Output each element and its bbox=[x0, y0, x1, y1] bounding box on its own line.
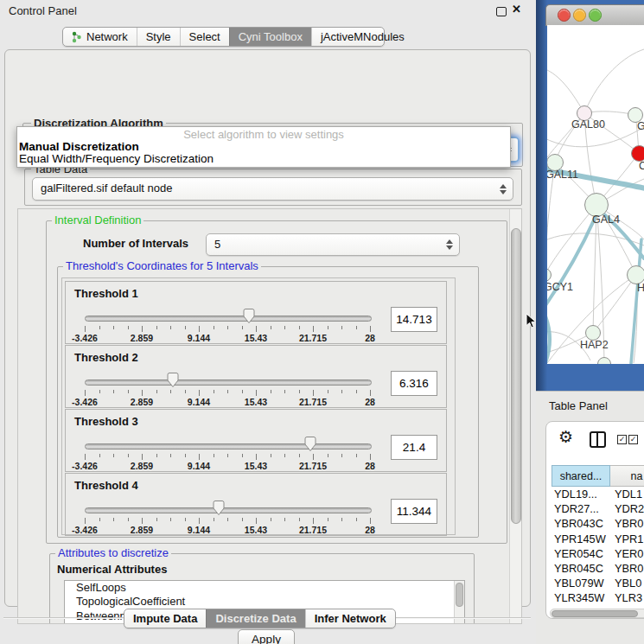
tab-jactivemnodules[interactable]: jActiveMNodules bbox=[311, 28, 413, 46]
threshold-1-slider[interactable]: -3.4262.8599.14415.4321.71528 bbox=[66, 304, 394, 342]
tick-mark bbox=[113, 390, 114, 393]
tick-mark bbox=[328, 390, 328, 393]
tab-style[interactable]: Style bbox=[137, 28, 180, 46]
thresholds-group-title: Threshold's Coordinates for 5 Intervals bbox=[63, 259, 261, 272]
network-window-titlebar[interactable] bbox=[545, 4, 644, 26]
thresholds-inner-panel: Threshold 1 -3.4262.8599.14415.4321.7152… bbox=[61, 277, 456, 535]
scrollbar-thumb[interactable] bbox=[552, 610, 638, 618]
node-label: HAP2 bbox=[580, 339, 609, 351]
tick-label: 9.144 bbox=[173, 397, 225, 407]
list-item[interactable]: SelfLoops bbox=[65, 581, 464, 595]
tab-network[interactable]: Network bbox=[63, 28, 137, 46]
tab-select[interactable]: Select bbox=[180, 28, 229, 46]
slider-track[interactable] bbox=[85, 507, 372, 513]
scrollbar-thumb[interactable] bbox=[456, 583, 463, 607]
tick-mark bbox=[185, 390, 186, 393]
algorithm-dropdown: Select algorithm to view settings Manual… bbox=[16, 126, 511, 168]
threshold-4-value-field[interactable]: 11.344 bbox=[391, 499, 437, 524]
checkbox-icon[interactable]: ✓ bbox=[617, 435, 627, 444]
close-icon[interactable]: ✕ bbox=[512, 3, 521, 16]
tick-mark bbox=[170, 390, 171, 393]
tab-cyni-toolbox[interactable]: Cyni Toolbox bbox=[229, 28, 311, 46]
table-row[interactable]: YBR043CYBR0 bbox=[552, 517, 644, 532]
tab-jactivemnodules-label: jActiveMNodules bbox=[321, 30, 405, 43]
tick-label: 21.715 bbox=[287, 461, 339, 471]
slider-track[interactable] bbox=[85, 379, 372, 386]
close-traffic-light-icon[interactable] bbox=[558, 9, 571, 22]
tick-label: 15.43 bbox=[230, 461, 282, 471]
threshold-4-slider[interactable]: -3.4262.8599.14415.4321.71528 bbox=[66, 496, 394, 534]
table-row[interactable]: YER054CYER0 bbox=[552, 547, 644, 562]
table-horizontal-scrollbar[interactable] bbox=[550, 609, 644, 618]
tick-mark bbox=[128, 518, 129, 521]
tick-mark bbox=[142, 390, 143, 396]
tick-mark bbox=[185, 326, 186, 329]
slider-handle[interactable] bbox=[212, 500, 226, 516]
control-panel-titlebar: Control Panel ✕ bbox=[0, 0, 534, 22]
tick-mark bbox=[99, 390, 100, 393]
slider-handle[interactable] bbox=[166, 372, 180, 388]
cell-shared-name: YBL079W bbox=[552, 577, 610, 591]
float-window-icon[interactable] bbox=[496, 7, 507, 16]
apply-button[interactable]: Apply bbox=[238, 629, 295, 644]
slider-handle[interactable] bbox=[303, 436, 317, 452]
tab-discretize-data[interactable]: Discretize Data bbox=[206, 609, 304, 628]
slider-handle[interactable] bbox=[242, 308, 256, 324]
tab-infer-network[interactable]: Infer Network bbox=[305, 609, 395, 628]
checkbox-icon[interactable]: ✓ bbox=[628, 435, 638, 444]
tab-select-label: Select bbox=[189, 30, 220, 43]
tick-mark bbox=[313, 326, 314, 332]
tick-mark bbox=[284, 518, 285, 521]
tick-mark bbox=[199, 326, 200, 332]
table-row[interactable]: YBR045CYBR0 bbox=[552, 562, 644, 577]
column-header-shared-name[interactable]: shared... bbox=[552, 465, 610, 487]
num-intervals-value: 5 bbox=[214, 238, 220, 251]
threshold-1-value-field[interactable]: 14.713 bbox=[391, 307, 437, 332]
tab-impute-data[interactable]: Impute Data bbox=[124, 609, 206, 628]
network-canvas[interactable]: GAL80GACGAL11GAL4GCY1HHAP2 bbox=[547, 25, 644, 364]
column-split-icon[interactable] bbox=[590, 431, 606, 448]
dropdown-item-manual-discretization[interactable]: Manual Discretization bbox=[19, 140, 139, 153]
node-label: GCY1 bbox=[547, 281, 573, 293]
threshold-3-value-field[interactable]: 21.4 bbox=[391, 435, 437, 460]
threshold-2-label: Threshold 2 bbox=[74, 351, 138, 364]
attributes-group-title: Attributes to discretize bbox=[55, 546, 171, 559]
table-row[interactable]: YDR27...YDR2 bbox=[552, 502, 644, 517]
threshold-2-value-field[interactable]: 6.316 bbox=[391, 371, 437, 396]
threshold-4-label: Threshold 4 bbox=[74, 479, 138, 492]
slider-track[interactable] bbox=[85, 443, 372, 450]
table-row[interactable]: YBL079WYBL0 bbox=[552, 577, 644, 591]
table-row[interactable]: YLR345WYLR3 bbox=[552, 591, 644, 606]
tick-mark bbox=[370, 518, 371, 524]
dropdown-item-equal-width[interactable]: Equal Width/Frequency Discretization bbox=[19, 152, 214, 165]
scrollbar-thumb[interactable] bbox=[511, 228, 521, 524]
threshold-2-slider[interactable]: -3.4262.8599.14415.4321.71528 bbox=[66, 368, 394, 406]
minimize-traffic-light-icon[interactable] bbox=[573, 9, 586, 22]
list-item[interactable]: TopologicalCoefficient bbox=[65, 595, 464, 609]
tab-impute-data-label: Impute Data bbox=[133, 612, 197, 625]
settings-scrollbar[interactable] bbox=[509, 209, 521, 623]
cell-name: YER0 bbox=[610, 547, 643, 562]
tick-mark bbox=[227, 390, 228, 393]
column-header-name[interactable]: na bbox=[610, 465, 644, 487]
zoom-traffic-light-icon[interactable] bbox=[589, 9, 602, 22]
threshold-3-slider[interactable]: -3.4262.8599.14415.4321.71528 bbox=[66, 432, 394, 470]
thresholds-group: Threshold's Coordinates for 5 Intervals … bbox=[57, 266, 479, 538]
table-row[interactable]: YPR145WYPR1 bbox=[552, 532, 644, 547]
tick-mark bbox=[156, 518, 157, 521]
tick-mark bbox=[256, 326, 257, 332]
node-label: H bbox=[637, 282, 644, 294]
num-intervals-combo[interactable]: 5 bbox=[206, 233, 460, 256]
tick-mark bbox=[370, 326, 371, 332]
tick-label: 9.144 bbox=[173, 525, 225, 535]
table-row[interactable]: YDL19...YDL1 bbox=[552, 488, 644, 502]
slider-track[interactable] bbox=[85, 316, 372, 322]
network-node[interactable] bbox=[631, 145, 644, 162]
combo-arrows-icon bbox=[499, 183, 507, 195]
tick-mark bbox=[256, 390, 257, 396]
gear-icon[interactable]: ⚙ bbox=[558, 429, 573, 445]
table-data-combo[interactable]: galFiltered.sif default node bbox=[32, 177, 513, 201]
panel-title: Control Panel bbox=[9, 4, 77, 17]
node-table[interactable]: YDL19...YDL1YDR27...YDR2YBR043CYBR0YPR14… bbox=[552, 488, 644, 609]
tab-cyni-toolbox-label: Cyni Toolbox bbox=[239, 30, 303, 43]
